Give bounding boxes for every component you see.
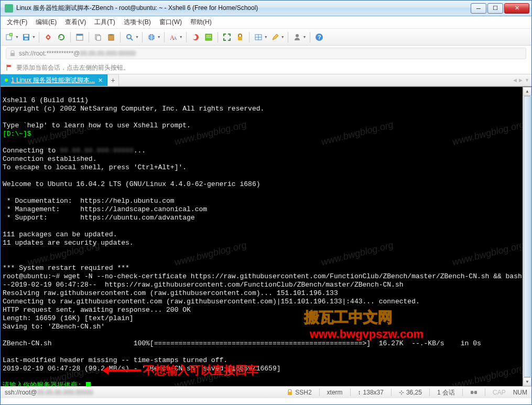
status-cap: CAP [493,389,506,396]
dropdown-icon[interactable]: ▼ [157,35,161,39]
tab-scroll-left-icon[interactable]: ◀ [513,78,517,83]
tab-scroll-right-icon[interactable]: ▶ [519,78,523,83]
terminal-pane[interactable]: Xshell 6 (Build 0111) Copyright (c) 2002… [1,86,531,386]
watermark-url: www.bwgvpszw.com [310,330,424,338]
minimize-button[interactable]: ─ [471,3,486,14]
svg-rect-4 [25,38,28,40]
svg-rect-6 [77,34,83,36]
swirl-icon[interactable] [190,31,201,43]
font-icon[interactable]: AA [168,31,179,43]
maximize-button[interactable]: ☐ [487,3,503,14]
close-button[interactable]: ✕ [504,3,529,14]
svg-rect-28 [288,392,292,395]
dropdown-icon[interactable]: ▼ [135,35,139,39]
new-tab-button[interactable]: + [107,74,119,86]
help-icon[interactable]: ? [313,31,325,43]
paste-icon[interactable] [105,31,117,43]
dropdown-icon[interactable]: ▼ [32,35,36,39]
arrow-icon [104,369,141,371]
toolbar: ▼ ▼ ▼ ▼ AA ▼ ▼ ▼ ▼ ? [1,29,531,46]
status-protocol: SSH2 [287,389,311,396]
status-bar: ssh://root@00.00.00.000:00000 SSH2 xterm… [1,386,531,398]
copy-icon[interactable] [92,31,104,43]
menu-view[interactable]: 查看(V) [62,17,89,28]
status-num: NUM [513,389,527,396]
status-term-type: xterm [327,389,343,396]
tab-bar: 1 Linux 服务器性能测试脚本... ✕ + ◀ ▶ ▼ [1,74,531,86]
properties-icon[interactable] [74,31,85,43]
status-dot-icon [5,79,8,82]
dropdown-icon[interactable]: ▼ [303,35,307,39]
menu-tools[interactable]: 工具(T) [91,17,118,28]
red-arrow-annotation: 不想输入可以直接回车 [104,366,258,375]
scrollbar-thumb[interactable] [524,96,531,377]
svg-point-19 [207,37,208,38]
address-bar-row: ssh://root:***********@00.00.00.000:0000… [1,46,531,61]
vertical-scrollbar[interactable]: ▲ ▼ [523,87,531,386]
reconnect-icon[interactable] [56,31,67,43]
find-icon[interactable] [124,31,135,43]
dropdown-icon[interactable]: ▼ [179,35,183,39]
app-icon [5,4,13,13]
tab-list-icon[interactable]: ▼ [525,78,529,83]
hint-bar: 要添加当前会话，点击左侧的箭头按钮。 [1,61,531,74]
tab-close-icon[interactable]: ✕ [98,77,103,84]
dropdown-icon[interactable]: ▼ [281,35,285,39]
svg-rect-10 [110,34,113,36]
address-input[interactable]: ssh://root:***********@00.00.00.000:0000… [6,48,526,59]
tab-scroll-controls: ◀ ▶ ▼ [513,74,529,86]
scroll-up-icon[interactable]: ▲ [523,87,531,96]
svg-point-17 [208,35,209,36]
watermark-diagonal: www.bwgblog.org [451,240,525,267]
watermark-diagonal: www.bwgblog.org [320,120,394,146]
svg-rect-8 [96,36,101,40]
svg-point-24 [296,34,299,37]
menu-edit[interactable]: 编辑(E) [32,17,60,28]
watermark-diagonal: www.bwgblog.org [173,240,247,267]
status-sessions: 1 会话 [437,388,455,397]
annotation-text: 不想输入可以直接回车 [143,366,258,375]
flag-icon [6,64,13,71]
keypad-icon[interactable] [203,31,214,43]
lock-icon [287,389,293,396]
svg-point-21 [210,37,211,38]
new-session-icon[interactable] [4,31,15,43]
layout-icon[interactable] [253,31,264,43]
menu-window[interactable]: 窗口(W) [156,17,185,28]
status-connection: ssh://root@00.00.00.000:00000 [5,389,93,396]
watermark-diagonal: www.bwgblog.org [320,240,394,267]
svg-rect-30 [474,391,477,394]
window-title: Linux 服务器性能测试脚本-ZBench - root@ubuntu: ~ … [16,4,471,13]
user-icon[interactable] [291,31,303,43]
menu-tabs[interactable]: 选项卡(B) [121,17,154,28]
status-cursor-pos: ⊹ 36,25 [399,389,422,396]
highlight-icon[interactable] [269,31,281,43]
disconnect-icon[interactable] [42,31,54,43]
window-titlebar: Linux 服务器性能测试脚本-ZBench - root@ubuntu: ~ … [1,1,531,16]
svg-point-16 [207,35,208,36]
dropdown-icon[interactable]: ▼ [264,35,268,39]
svg-point-18 [210,35,211,36]
status-connect-icon [470,389,477,396]
scroll-down-icon[interactable]: ▼ [523,377,531,386]
menu-bar: 文件(F) 编辑(E) 查看(V) 工具(T) 选项卡(B) 窗口(W) 帮助(… [1,16,531,29]
session-tab[interactable]: 1 Linux 服务器性能测试脚本... ✕ [1,74,107,86]
svg-point-20 [208,37,209,38]
svg-point-11 [127,35,131,39]
globe-icon[interactable] [146,31,157,43]
save-icon[interactable] [20,31,32,43]
svg-rect-29 [471,391,473,394]
menu-help[interactable]: 帮助(H) [187,17,215,28]
watermark-title: 搬瓦工中文网 [305,313,393,322]
svg-rect-22 [238,37,242,40]
cursor [86,382,91,386]
svg-text:?: ? [318,34,321,40]
watermark-diagonal: www.bwgblog.org [451,120,525,146]
lock-icon[interactable] [234,31,246,43]
menu-file[interactable]: 文件(F) [4,17,30,28]
dropdown-icon[interactable]: ▼ [15,35,19,39]
fullscreen-icon[interactable] [221,31,233,43]
lock-icon [9,50,16,57]
status-size: ↕ 138x37 [358,389,384,396]
address-text: ssh://root:***********@00.00.00.000:0000… [19,50,136,57]
